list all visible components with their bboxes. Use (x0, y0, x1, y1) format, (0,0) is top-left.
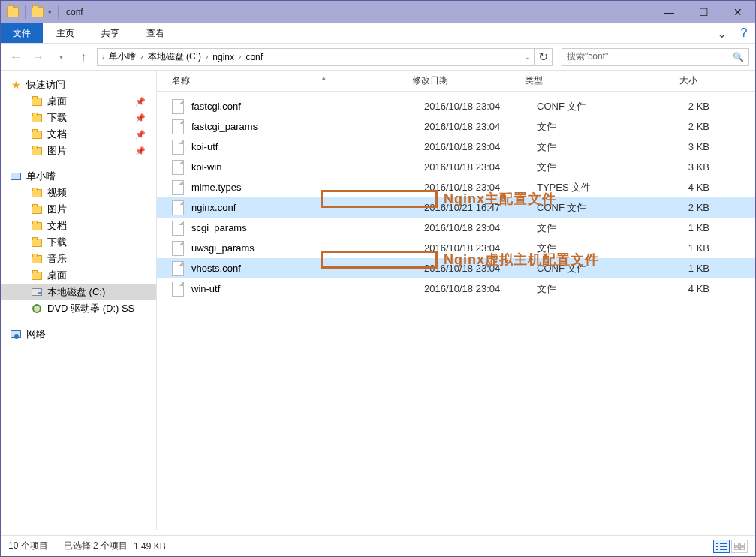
thumbnails-view-button[interactable] (731, 540, 748, 553)
file-type: CONF 文件 (537, 100, 649, 113)
file-icon (172, 261, 184, 276)
pin-icon: 📌 (135, 146, 146, 156)
file-row[interactable]: koi-utf2016/10/18 23:04文件3 KB (157, 137, 755, 157)
tree-quick-access[interactable]: ★ 快速访问 (1, 77, 156, 93)
tab-view[interactable]: 查看 (133, 23, 178, 43)
svg-rect-1 (720, 543, 727, 544)
file-row[interactable]: koi-win2016/10/18 23:04文件3 KB (157, 157, 755, 177)
column-size[interactable]: 大小 (637, 74, 705, 87)
close-button[interactable]: ✕ (721, 1, 755, 23)
tree-item[interactable]: 桌面 (1, 267, 156, 284)
details-icon (716, 543, 727, 550)
breadcrumb-item[interactable]: 本地磁盘 (C:) (145, 50, 204, 63)
svg-rect-5 (720, 549, 727, 550)
breadcrumb-item[interactable]: 单小嗜 (106, 50, 139, 63)
breadcrumb-item[interactable]: conf (242, 52, 266, 62)
file-icon (172, 180, 184, 195)
column-name[interactable]: 名称▴ (172, 74, 412, 87)
file-name: fastcgi.conf (191, 101, 424, 112)
tree-network[interactable]: 网络 (1, 326, 156, 342)
address-bar[interactable]: › 单小嗜 › 本地磁盘 (C:) › nginx › conf ⌄ (97, 48, 535, 66)
forward-button[interactable]: → (29, 48, 47, 66)
chevron-right-icon[interactable]: › (102, 53, 104, 61)
file-tab[interactable]: 文件 (1, 23, 43, 43)
separator (58, 5, 59, 19)
ribbon-tabs: 文件 主页 共享 查看 ⌄ ? (1, 23, 755, 44)
tree-item[interactable]: 音乐 (1, 251, 156, 267)
file-row[interactable]: win-utf2016/10/18 23:04文件4 KB (157, 278, 755, 299)
folder-icon (31, 269, 43, 282)
content-area: 名称▴ 修改日期 类型 大小 fastcgi.conf2016/10/18 23… (157, 71, 755, 530)
up-button[interactable]: ↑ (74, 48, 92, 66)
column-headers: 名称▴ 修改日期 类型 大小 (157, 71, 755, 92)
folder-icon (31, 187, 43, 199)
file-size: 4 KB (649, 182, 717, 193)
column-date[interactable]: 修改日期 (412, 74, 525, 87)
tree-item[interactable]: 本地磁盘 (C:) (1, 284, 156, 300)
file-size: 1 KB (649, 242, 717, 254)
tree-label: 快速访问 (26, 78, 65, 92)
navigation-bar: ← → ▾ ↑ › 单小嗜 › 本地磁盘 (C:) › nginx › conf… (1, 44, 755, 71)
file-type: 文件 (537, 282, 649, 296)
tree-item[interactable]: 下载 (1, 234, 156, 251)
tree-item[interactable]: 桌面📌 (1, 93, 156, 110)
minimize-button[interactable]: — (652, 1, 686, 23)
separator (25, 5, 26, 19)
help-icon[interactable]: ? (733, 23, 755, 43)
tree-label: 桌面 (47, 95, 67, 108)
search-input[interactable]: 搜索"conf" 🔍 (562, 48, 749, 66)
svg-rect-2 (716, 546, 718, 547)
tree-item[interactable]: 下载📌 (1, 110, 156, 126)
column-type[interactable]: 类型 (525, 74, 637, 87)
file-icon (172, 160, 184, 175)
folder-icon (31, 95, 43, 107)
refresh-button[interactable]: ↻ (535, 48, 553, 66)
pin-icon: 📌 (135, 97, 146, 107)
file-icon (172, 99, 184, 114)
recent-locations-icon[interactable]: ▾ (52, 48, 70, 66)
tree-item[interactable]: 图片📌 (1, 143, 156, 159)
tab-home[interactable]: 主页 (43, 23, 88, 43)
folder-icon (31, 203, 43, 215)
file-icon (172, 140, 184, 155)
file-size: 1 KB (649, 222, 717, 233)
tree-label: 图片 (47, 144, 67, 158)
chevron-right-icon[interactable]: › (206, 53, 208, 61)
file-date: 2016/10/18 23:04 (424, 161, 537, 173)
tree-item[interactable]: 文档📌 (1, 126, 156, 143)
navigation-pane[interactable]: ★ 快速访问 桌面📌下载📌文档📌图片📌 单小嗜 视频图片文档下载音乐桌面本地磁盘… (1, 71, 157, 530)
svg-rect-9 (740, 547, 745, 550)
maximize-button[interactable]: ☐ (686, 1, 721, 23)
tree-item[interactable]: 视频 (1, 185, 156, 201)
folder-icon (7, 7, 19, 17)
file-name: mime.types (191, 182, 424, 193)
tree-item[interactable]: 文档 (1, 218, 156, 234)
tab-share[interactable]: 共享 (88, 23, 133, 43)
address-dropdown-icon[interactable]: ⌄ (525, 53, 531, 61)
search-icon[interactable]: 🔍 (733, 52, 744, 62)
file-row[interactable]: fastcgi.conf2016/10/18 23:04CONF 文件2 KB (157, 96, 755, 116)
details-view-button[interactable] (713, 540, 730, 553)
folder-icon[interactable] (32, 7, 44, 17)
svg-rect-0 (716, 543, 718, 544)
file-row[interactable]: scgi_params2016/10/18 23:04文件1 KB (157, 218, 755, 238)
tree-this-pc[interactable]: 单小嗜 (1, 168, 156, 185)
ribbon-expand-icon[interactable]: ⌄ (710, 23, 733, 43)
folder-icon (31, 253, 43, 265)
quick-access-toolbar: ▾ (7, 5, 62, 19)
tree-item[interactable]: DVD 驱动器 (D:) SS (1, 300, 156, 317)
chevron-right-icon[interactable]: › (140, 53, 143, 61)
file-size: 2 KB (649, 121, 717, 132)
qat-dropdown-icon[interactable]: ▾ (48, 8, 52, 16)
tree-label: 本地磁盘 (C:) (47, 285, 105, 299)
file-size: 4 KB (649, 283, 717, 294)
tree-label: 文档 (47, 219, 67, 233)
file-row[interactable]: fastcgi_params2016/10/18 23:04文件2 KB (157, 116, 755, 137)
file-type: 文件 (537, 120, 649, 134)
tree-item[interactable]: 图片 (1, 201, 156, 218)
pc-icon (10, 170, 22, 182)
drive-icon (31, 286, 43, 298)
breadcrumb-item[interactable]: nginx (209, 52, 237, 62)
back-button[interactable]: ← (7, 48, 25, 66)
chevron-right-icon[interactable]: › (239, 53, 241, 61)
